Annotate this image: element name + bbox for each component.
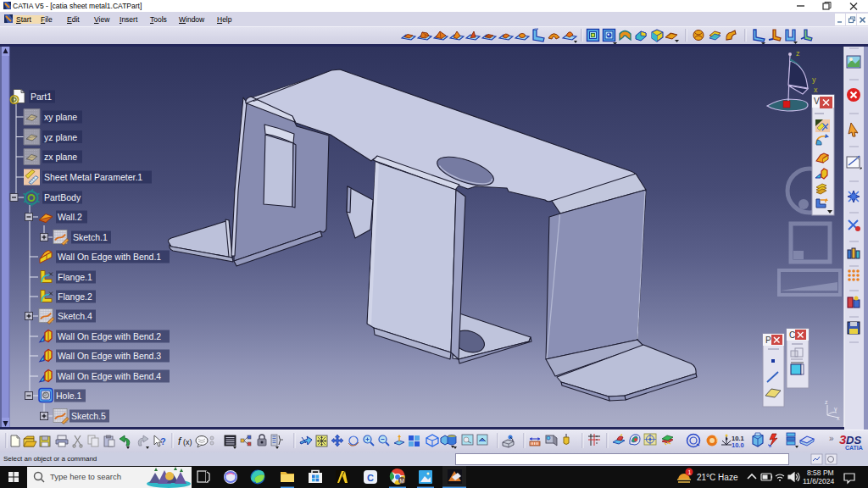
svg-text:C: C [789, 330, 795, 340]
svg-text:Sheet Metal Parameter.1: Sheet Metal Parameter.1 [44, 172, 142, 182]
svg-text:11/6/2024: 11/6/2024 [803, 477, 834, 485]
svg-text:zx plane: zx plane [44, 152, 77, 162]
svg-text:Type here to search: Type here to search [50, 472, 121, 481]
svg-text:M: M [400, 478, 404, 484]
svg-text:Wall On Edge with Bend.4: Wall On Edge with Bend.4 [58, 371, 161, 381]
svg-text:y: y [834, 406, 837, 413]
svg-text:P: P [765, 336, 771, 345]
svg-text:Sketch.5: Sketch.5 [71, 411, 106, 421]
svg-text:x: x [814, 86, 818, 94]
svg-text:Flange.2: Flange.2 [58, 291, 92, 302]
svg-text:y: y [812, 75, 816, 84]
svg-text:V: V [814, 97, 820, 106]
svg-text:xy plane: xy plane [44, 112, 77, 122]
svg-text:Wall On Edge with Bend.3: Wall On Edge with Bend.3 [58, 351, 161, 361]
svg-text:10.0: 10.0 [732, 441, 744, 449]
svg-text:(x): (x) [183, 438, 192, 446]
svg-text:Wall On Edge with Bend.1: Wall On Edge with Bend.1 [58, 252, 161, 262]
svg-text:21°C Haze: 21°C Haze [697, 473, 738, 482]
svg-text:CATIA: CATIA [845, 445, 863, 451]
svg-text:1: 1 [688, 469, 692, 475]
svg-text:f: f [178, 435, 182, 447]
svg-text:»: » [829, 434, 834, 443]
svg-text:z: z [796, 49, 800, 58]
svg-text:Sketch.1: Sketch.1 [73, 232, 108, 242]
svg-text:x: x [837, 415, 840, 421]
svg-text:Wall.2: Wall.2 [58, 212, 82, 222]
svg-text:Part1: Part1 [31, 92, 52, 102]
svg-text:C: C [367, 473, 374, 483]
svg-text:8:58 PM: 8:58 PM [807, 469, 834, 477]
svg-text:Hole.1: Hole.1 [56, 391, 82, 401]
svg-text:yz plane: yz plane [44, 132, 77, 142]
svg-text:Sketch.4: Sketch.4 [58, 311, 92, 321]
svg-text:PartBody: PartBody [44, 192, 81, 202]
svg-text:Wall On Edge with Bend.2: Wall On Edge with Bend.2 [58, 331, 161, 341]
svg-text:z: z [825, 399, 828, 405]
svg-text:?: ? [160, 436, 166, 446]
svg-text:Flange.1: Flange.1 [58, 272, 92, 282]
